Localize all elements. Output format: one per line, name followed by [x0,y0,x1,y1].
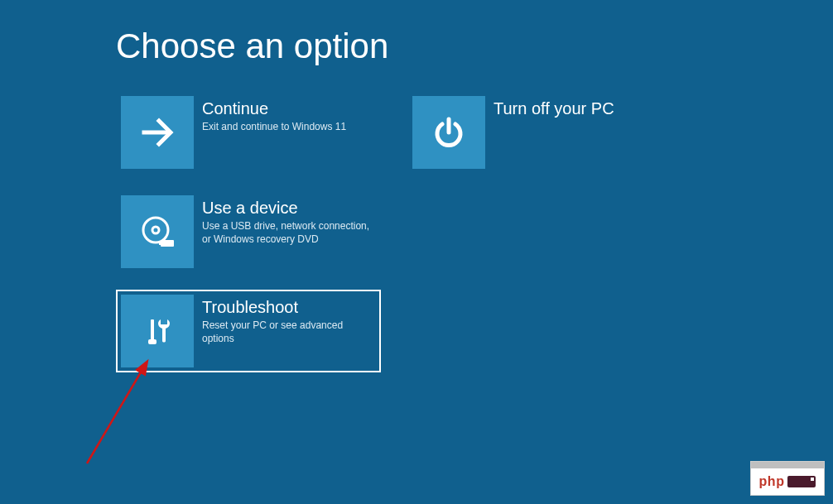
arrow-right-icon [121,96,194,169]
option-description: Exit and continue to Windows 11 [202,121,346,134]
svg-rect-6 [148,339,156,344]
option-title: Turn off your PC [494,99,614,118]
option-turn-off[interactable]: Turn off your PC [407,91,672,174]
option-use-device[interactable]: Use a device Use a USB drive, network co… [116,190,381,273]
options-column-left: Continue Exit and continue to Windows 11… [116,91,381,372]
watermark-pill-icon [787,476,816,487]
option-troubleshoot[interactable]: Troubleshoot Reset your PC or see advanc… [116,290,381,372]
watermark-text: php [759,474,785,489]
recovery-options-screen: Choose an option Continue Exit and conti… [0,0,833,372]
option-description: Use a USB drive, network connection, or … [202,220,376,246]
tools-icon [121,295,194,367]
option-description: Reset your PC or see advanced options [202,319,376,345]
page-title: Choose an option [116,26,833,66]
svg-point-2 [152,227,159,233]
watermark-badge: php [750,461,825,496]
power-icon [412,96,485,169]
svg-line-8 [87,362,147,463]
svg-rect-5 [151,319,154,341]
svg-rect-4 [159,242,162,245]
option-continue[interactable]: Continue Exit and continue to Windows 11 [116,91,381,174]
options-column-right: Turn off your PC [407,91,672,372]
svg-point-1 [143,218,168,242]
option-text: Use a device Use a USB drive, network co… [194,195,376,246]
option-title: Continue [202,99,346,118]
option-text: Continue Exit and continue to Windows 11 [194,96,346,134]
disc-usb-icon [121,195,194,268]
option-text: Turn off your PC [485,96,614,121]
option-text: Troubleshoot Reset your PC or see advanc… [194,295,376,345]
option-title: Troubleshoot [202,298,376,316]
annotation-arrow-icon [79,356,178,472]
svg-rect-3 [161,240,174,247]
options-grid: Continue Exit and continue to Windows 11… [116,91,833,372]
option-title: Use a device [202,199,376,217]
